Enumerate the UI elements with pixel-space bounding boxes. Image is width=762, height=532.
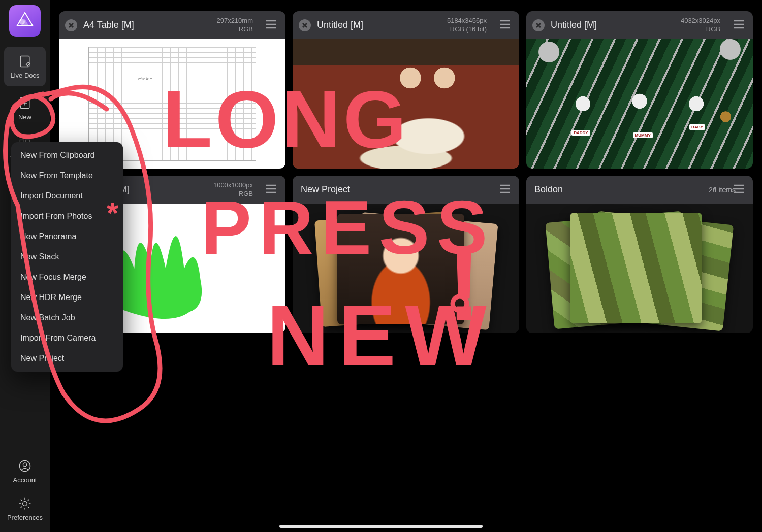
close-icon[interactable] xyxy=(65,19,77,31)
card-thumbnail: DADDY MUMMY BABY xyxy=(526,39,753,169)
menu-item-import-document[interactable]: Import Document xyxy=(11,186,123,206)
project-item-count: 26 items xyxy=(709,186,736,194)
menu-item-new-hdr-merge[interactable]: New HDR Merge xyxy=(11,287,123,308)
hamburger-icon[interactable] xyxy=(731,17,747,34)
sidebar-item-label: Account xyxy=(13,476,37,484)
app-icon[interactable] xyxy=(9,5,41,37)
documents-grid: A4 Table [M] 297x210mmRGB yuhjyhjyhu Unt… xyxy=(50,0,762,532)
svg-point-12 xyxy=(23,462,27,466)
card-header: A4 Table [M] 297x210mmRGB xyxy=(59,11,285,39)
hamburger-icon[interactable] xyxy=(497,17,513,34)
sidebar-item-live-docs[interactable]: Live Docs xyxy=(4,47,46,86)
menu-item-import-from-camera[interactable]: Import From Camera xyxy=(11,328,123,348)
svg-point-2 xyxy=(19,19,25,24)
card-title: Boldon xyxy=(534,184,720,195)
doc-card-untitled-2[interactable]: Untitled [M] 4032x3024pxRGB DADDY MUMMY … xyxy=(526,11,753,169)
project-card-boldon[interactable]: Boldon 26 items xyxy=(526,176,753,333)
account-icon xyxy=(18,459,32,473)
menu-item-new-project[interactable]: New Project xyxy=(11,348,123,369)
card-header: New Project 4 items xyxy=(293,176,519,204)
live-docs-icon xyxy=(18,54,32,69)
menu-item-new-batch-job[interactable]: New Batch Job xyxy=(11,308,123,328)
gear-icon xyxy=(18,496,32,511)
card-meta: 5184x3456pxRGB (16 bit) xyxy=(447,17,487,34)
menu-item-new-focus-merge[interactable]: New Focus Merge xyxy=(11,267,123,287)
svg-point-13 xyxy=(23,501,27,506)
card-title: A4 Table [M] xyxy=(83,20,210,30)
project-card-new-project[interactable]: New Project 4 items xyxy=(293,176,519,333)
close-icon[interactable] xyxy=(299,19,311,31)
home-indicator[interactable] xyxy=(279,525,483,528)
table-cell-text: yuhjyhjyhu xyxy=(138,77,152,80)
card-thumbnail xyxy=(526,204,753,333)
sidebar-item-label: Live Docs xyxy=(10,72,39,79)
card-thumbnail xyxy=(293,39,519,169)
menu-item-new-from-clipboard[interactable]: New From Clipboard xyxy=(11,145,123,165)
card-title: Untitled [M] xyxy=(551,20,675,30)
sidebar-item-label: New xyxy=(18,113,31,121)
sidebar-item-new[interactable]: New xyxy=(4,88,46,128)
close-icon[interactable] xyxy=(532,19,545,31)
card-thumbnail xyxy=(293,204,519,333)
new-context-menu: New From Clipboard New From Template Imp… xyxy=(11,142,123,372)
sidebar-item-account[interactable]: Account xyxy=(4,453,46,489)
card-title: New Project xyxy=(301,184,487,195)
menu-item-new-stack[interactable]: New Stack xyxy=(11,247,123,267)
menu-item-new-panorama[interactable]: New Panorama xyxy=(11,226,123,247)
card-title: Untitled [M] xyxy=(317,20,441,30)
new-icon xyxy=(18,96,32,110)
card-meta: 4032x3024pxRGB xyxy=(681,17,720,34)
card-header: Boldon 26 items xyxy=(526,176,753,204)
doc-card-untitled-1[interactable]: Untitled [M] 5184x3456pxRGB (16 bit) xyxy=(293,11,519,169)
hamburger-icon[interactable] xyxy=(263,17,279,34)
card-meta: 297x210mmRGB xyxy=(216,17,253,34)
sidebar-item-label: Preferences xyxy=(7,514,43,521)
hamburger-icon[interactable] xyxy=(497,182,513,198)
card-header: Untitled [M] 5184x3456pxRGB (16 bit) xyxy=(293,11,519,39)
menu-item-new-from-template[interactable]: New From Template xyxy=(11,165,123,186)
affinity-photo-icon xyxy=(15,11,35,30)
card-header: Untitled [M] 4032x3024pxRGB xyxy=(526,11,753,39)
menu-item-import-from-photos[interactable]: Import From Photos xyxy=(11,206,123,226)
hamburger-icon[interactable] xyxy=(263,182,279,198)
sidebar-item-preferences[interactable]: Preferences xyxy=(4,490,46,527)
card-meta: 1000x1000pxRGB xyxy=(213,181,253,198)
